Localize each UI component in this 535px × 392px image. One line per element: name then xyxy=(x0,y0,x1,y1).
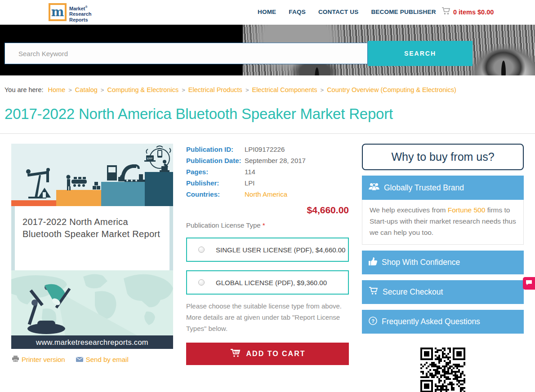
price: $4,660.00 xyxy=(186,205,349,216)
add-to-cart-cart-icon xyxy=(230,348,241,359)
shop-with-confidence-banner[interactable]: Shop With Confidence xyxy=(362,251,524,274)
detail-value: LPI09172226 xyxy=(245,144,285,155)
send-by-email-link[interactable]: Send by email xyxy=(76,356,129,363)
live-chat-button[interactable] xyxy=(523,277,535,290)
question-circle-icon: ? xyxy=(369,317,377,327)
search-button[interactable]: SEARCH xyxy=(368,41,473,66)
document-actions: Printer version Send by email xyxy=(11,356,173,363)
radio-single-user-license[interactable] xyxy=(198,247,205,253)
logo-line3: Reports xyxy=(69,17,92,23)
license-label-text: Publication License Type xyxy=(186,221,263,229)
registered-mark: ® xyxy=(85,5,87,9)
report-cover-image: ERP 2017-2022 North America Bluetooth Sp… xyxy=(11,144,173,349)
countries-link[interactable]: North America xyxy=(245,189,287,200)
faq-banner[interactable]: ? Frequently Asked Questions xyxy=(362,310,524,334)
detail-label: Pages: xyxy=(186,166,245,177)
content: ERP 2017-2022 North America Bluetooth Sp… xyxy=(0,144,535,392)
main-nav: HOME FAQS CONTACT US BECOME PUBLISHER xyxy=(258,9,436,15)
breadcrumb-link-catalog[interactable]: Catalog xyxy=(75,86,98,93)
globally-trusted-brand-label: Globally Trusted Brand xyxy=(384,183,464,193)
email-icon xyxy=(76,356,83,363)
product-details-column: Publication ID: LPI09172226 Publication … xyxy=(186,144,349,392)
secure-checkout-banner[interactable]: Secure Checkout xyxy=(362,280,524,304)
detail-row-pages: Pages: 114 xyxy=(186,166,349,177)
detail-label: Countries: xyxy=(186,189,245,200)
detail-label: Publication Date: xyxy=(186,155,245,166)
nav-item-contact-us[interactable]: CONTACT US xyxy=(318,9,359,15)
breadcrumb-separator: > xyxy=(317,87,327,93)
logo-text: Market® Research Reports xyxy=(69,3,92,22)
thumbs-up-icon xyxy=(369,257,377,268)
logo-icon: m xyxy=(49,3,67,21)
lamp-illustration xyxy=(11,270,173,335)
detail-row-publisher: Publisher: LPI xyxy=(186,177,349,189)
site-logo[interactable]: m Market® Research Reports xyxy=(49,3,92,22)
svg-text:ERP: ERP xyxy=(147,157,152,160)
cart-status[interactable]: 0 items $0.00 xyxy=(441,7,494,17)
detail-label: Publisher: xyxy=(186,177,245,189)
printer-icon xyxy=(12,356,19,363)
qr-code xyxy=(419,347,467,392)
why-to-buy-box[interactable]: Why to buy from us? xyxy=(362,144,524,170)
breadcrumb-prefix: You are here: xyxy=(4,86,44,93)
breadcrumb-separator: > xyxy=(98,87,107,93)
detail-value: LPI xyxy=(245,177,255,189)
globally-trusted-brand-body: We help executives from Fortune 500 firm… xyxy=(362,200,524,245)
license-option-global[interactable]: GLOBAL LICENSE (PDF), $9,360.00 xyxy=(186,270,349,295)
cover-title: 2017-2022 North America Bluetooth Speake… xyxy=(11,206,173,270)
license-option-single-user[interactable]: SINGLE USER LICENSE (PDF), $4,660.00 xyxy=(186,238,349,262)
printer-version-label: Printer version xyxy=(22,356,65,363)
breadcrumb-link-electrical-products[interactable]: Electrical Products xyxy=(188,86,242,93)
qr-code-wrap xyxy=(362,347,524,392)
printer-version-link[interactable]: Printer version xyxy=(12,356,65,363)
detail-label: Publication ID: xyxy=(186,144,245,155)
page-title: 2017-2022 North America Bluetooth Speake… xyxy=(0,93,535,123)
add-to-cart-button[interactable]: ADD TO CART xyxy=(186,343,349,365)
nav-item-home[interactable]: HOME xyxy=(258,9,276,15)
breadcrumb-separator: > xyxy=(242,87,252,93)
breadcrumb-link-home[interactable]: Home xyxy=(45,86,66,93)
nav-item-become-publisher[interactable]: BECOME PUBLISHER xyxy=(371,9,436,15)
logo-line2: Research xyxy=(69,11,92,17)
trusted-body-text: We help executives from xyxy=(370,206,448,214)
checkout-cart-icon xyxy=(369,287,378,297)
license-option-label: GLOBAL LICENSE (PDF), $9,360.00 xyxy=(216,279,327,286)
cover-website-bar: www.marketresearchreports.com xyxy=(11,335,173,349)
title-divider xyxy=(0,133,535,134)
breadcrumb-link-electrical-components[interactable]: Electrical Components xyxy=(252,86,317,93)
license-type-label: Publication License Type * xyxy=(186,221,349,229)
fortune-500-link[interactable]: Fortune 500 xyxy=(448,206,486,214)
search-input[interactable] xyxy=(4,43,368,64)
nav-item-faqs[interactable]: FAQS xyxy=(289,9,306,15)
required-asterisk: * xyxy=(263,221,265,229)
report-cover-column: ERP 2017-2022 North America Bluetooth Sp… xyxy=(11,144,173,392)
users-icon xyxy=(369,183,379,193)
chat-bubble-icon xyxy=(526,279,532,287)
search-banner: SEARCH xyxy=(0,25,535,75)
secure-checkout-label: Secure Checkout xyxy=(383,287,443,297)
breadcrumb-link-computing-electronics[interactable]: Computing & Electronics xyxy=(107,86,178,93)
add-to-cart-label: ADD TO CART xyxy=(246,350,306,358)
detail-row-publication-id: Publication ID: LPI09172226 xyxy=(186,144,349,155)
globally-trusted-brand-header[interactable]: Globally Trusted Brand xyxy=(362,176,524,200)
breadcrumb-link-country-overview[interactable]: Country Overview (Computing & Electronic… xyxy=(327,86,456,93)
send-by-email-label: Send by email xyxy=(86,356,129,363)
industry-illustration: ERP xyxy=(11,144,173,206)
shop-with-confidence-label: Shop With Confidence xyxy=(382,258,460,267)
detail-value: September 28, 2017 xyxy=(245,155,306,166)
radio-global-license[interactable] xyxy=(198,279,205,286)
detail-row-countries: Countries: North America xyxy=(186,189,349,200)
detail-value: 114 xyxy=(245,166,255,177)
logo-line1: Market xyxy=(69,6,85,11)
cart-count-label: 0 items $0.00 xyxy=(453,9,494,16)
sidebar: Why to buy from us? Globally Trusted Bra… xyxy=(362,144,524,392)
license-note: Please choose the suitable license type … xyxy=(186,300,349,334)
header: m Market® Research Reports HOME FAQS CON… xyxy=(0,0,535,25)
breadcrumb: You are here: Home>Catalog>Computing & E… xyxy=(0,75,535,93)
svg-text:?: ? xyxy=(371,318,374,323)
detail-row-publication-date: Publication Date: September 28, 2017 xyxy=(186,155,349,166)
faq-label: Frequently Asked Questions xyxy=(382,317,480,326)
cart-icon xyxy=(441,7,450,17)
breadcrumb-separator: > xyxy=(65,87,75,93)
license-option-label: SINGLE USER LICENSE (PDF), $4,660.00 xyxy=(216,246,345,254)
